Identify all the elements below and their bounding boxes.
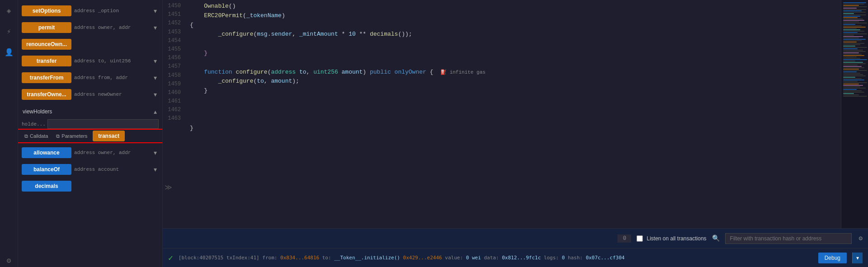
code-line-1463: } bbox=[190, 124, 836, 133]
plugin-icon-1[interactable]: ⚡ bbox=[3, 25, 15, 38]
fn-row-transfer: transfer address to, uint256 ▾ bbox=[22, 54, 159, 68]
fn-row-setoptions: setOptions address _option ▾ bbox=[22, 4, 159, 18]
action-row: ⧉ Calldata ⧉ Parameters transact bbox=[22, 131, 159, 141]
code-line-1455: } bbox=[190, 49, 836, 58]
code-line-1459: } bbox=[190, 86, 836, 96]
tx-text: [block:40207515 txIndex:41] from: 0x834.… bbox=[179, 255, 813, 261]
fn-param-setoptions: address _option bbox=[74, 8, 149, 14]
calldata-btn[interactable]: ⧉ Calldata bbox=[22, 132, 51, 141]
fn-param-permit: address owner, addr bbox=[74, 25, 149, 30]
fn-chevron-transferfrom[interactable]: ▾ bbox=[152, 74, 159, 81]
transact-btn[interactable]: transact bbox=[93, 131, 125, 141]
code-line-1450: Ownable() bbox=[190, 2, 836, 11]
fn-btn-setoptions[interactable]: setOptions bbox=[22, 5, 71, 16]
fn-chevron-balanceof[interactable]: ▾ bbox=[152, 166, 159, 173]
fn-row-transferfrom: transferFrom address from, addr ▾ bbox=[22, 70, 159, 85]
parameters-copy-icon: ⧉ bbox=[56, 133, 60, 139]
fn-btn-transferfrom[interactable]: transferFrom bbox=[22, 72, 71, 83]
listen-label: Listen on all transactions bbox=[646, 235, 706, 242]
settings-icon[interactable]: ⚙ bbox=[3, 254, 15, 267]
double-chevron-icon: ≫ bbox=[165, 183, 172, 192]
calldata-label: Calldata bbox=[30, 133, 48, 139]
viewholders-section: viewHolders ▴ holde... B6bB1509232F5a664… bbox=[22, 106, 159, 143]
viewholders-label: viewHolders bbox=[22, 107, 53, 117]
fn-param-transferfrom: address from, addr bbox=[74, 75, 149, 80]
fn-btn-decimals[interactable]: decimals bbox=[22, 181, 71, 192]
fn-chevron-setoptions[interactable]: ▾ bbox=[152, 7, 159, 14]
parameters-btn[interactable]: ⧉ Parameters bbox=[53, 132, 90, 141]
code-line-1461 bbox=[190, 105, 836, 115]
fn-btn-transferowner[interactable]: transferOwne... bbox=[22, 89, 71, 100]
fn-row-decimals: decimals bbox=[22, 179, 159, 193]
tx-counter: 0 bbox=[618, 234, 631, 243]
code-line-1462 bbox=[190, 115, 836, 124]
code-line-1457: function configure(address to, uint256 a… bbox=[190, 68, 836, 77]
vh-input-label: holde... bbox=[22, 122, 46, 127]
fn-btn-permit[interactable]: permit bbox=[22, 22, 71, 33]
fn-chevron-transferowner[interactable]: ▾ bbox=[152, 91, 159, 98]
code-content[interactable]: Ownable() ERC20Permit(_tokenName) { _con… bbox=[185, 0, 841, 228]
left-panel: setOptions address _option ▾ permit addr… bbox=[18, 0, 163, 267]
code-line-1453: _configure(msg.sender, _mintAmount * 10 … bbox=[190, 30, 836, 39]
code-line-1458: _configure(to, amount); bbox=[190, 77, 836, 86]
fn-btn-allowance[interactable]: allowance bbox=[22, 147, 71, 158]
listen-checkbox[interactable] bbox=[637, 235, 643, 242]
filter-settings-icon[interactable]: ⚙ bbox=[859, 234, 863, 242]
fn-row-permit: permit address owner, addr ▾ bbox=[22, 20, 159, 35]
viewholders-collapse-btn[interactable]: ▴ bbox=[152, 108, 159, 115]
fn-btn-transfer[interactable]: transfer bbox=[22, 56, 71, 66]
fn-row-allowance: allowance address owner, addr ▾ bbox=[22, 145, 159, 160]
code-line-1460 bbox=[190, 96, 836, 105]
main-area: 1450 1451 1452 1453 1454 1455 1456 1457 … bbox=[163, 0, 868, 267]
logo-icon[interactable]: ◈ bbox=[3, 5, 15, 17]
code-line-1456 bbox=[190, 58, 836, 68]
fn-param-balanceof: address account bbox=[74, 167, 149, 172]
mini-map bbox=[841, 0, 868, 228]
code-line-1454 bbox=[190, 39, 836, 49]
success-icon: ✓ bbox=[168, 253, 173, 263]
listen-area: Listen on all transactions bbox=[637, 235, 706, 242]
debug-chevron-btn[interactable]: ▾ bbox=[852, 253, 863, 263]
fn-row-renounce: renounceOwn... bbox=[22, 37, 159, 52]
fn-chevron-allowance[interactable]: ▾ bbox=[152, 149, 159, 156]
fn-chevron-transfer[interactable]: ▾ bbox=[152, 57, 159, 65]
filter-input[interactable] bbox=[725, 233, 852, 244]
viewholders-header: viewHolders ▴ bbox=[22, 106, 159, 117]
bottom-bar: 0 Listen on all transactions 🔍 ⚙ bbox=[163, 228, 868, 248]
fn-btn-balanceof[interactable]: balanceOf bbox=[22, 164, 71, 175]
viewholders-input-row: holde... B6bB1509232F5a664C6481d bbox=[22, 119, 159, 129]
line-numbers: 1450 1451 1452 1453 1454 1455 1456 1457 … bbox=[163, 0, 185, 228]
icon-strip: ◈ ⚡ 👤 ⚙ bbox=[0, 0, 18, 267]
plugin-icon-2[interactable]: 👤 bbox=[3, 46, 15, 59]
mini-map-content bbox=[841, 0, 868, 228]
fn-row-balanceof: balanceOf address account ▾ bbox=[22, 162, 159, 177]
code-line-1452: { bbox=[190, 21, 836, 30]
tx-result-bar: ✓ [block:40207515 txIndex:41] from: 0x83… bbox=[163, 248, 868, 267]
parameters-label: Parameters bbox=[61, 133, 87, 139]
vh-input-field[interactable]: B6bB1509232F5a664C6481d bbox=[47, 119, 159, 129]
filter-search-icon[interactable]: 🔍 bbox=[712, 234, 720, 242]
fn-row-transferowner: transferOwne... address newOwner ▾ bbox=[22, 87, 159, 102]
fn-param-allowance: address owner, addr bbox=[74, 150, 149, 155]
fn-btn-renounce[interactable]: renounceOwn... bbox=[22, 39, 71, 50]
fn-chevron-permit[interactable]: ▾ bbox=[152, 24, 159, 31]
copy-icon: ⧉ bbox=[24, 133, 28, 139]
code-area: 1450 1451 1452 1453 1454 1455 1456 1457 … bbox=[163, 0, 868, 228]
fn-param-transfer: address to, uint256 bbox=[74, 58, 149, 64]
debug-btn[interactable]: Debug bbox=[818, 253, 847, 263]
code-line-1451: ERC20Permit(_tokenName) bbox=[190, 11, 836, 21]
fn-param-transferowner: address newOwner bbox=[74, 92, 149, 97]
